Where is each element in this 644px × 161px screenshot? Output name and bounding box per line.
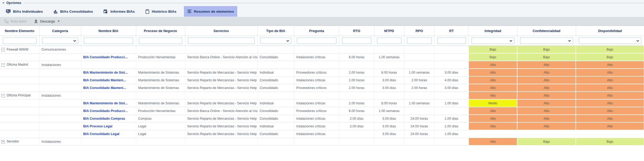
cell-confidencialidad: Alto: [517, 76, 576, 84]
cell-servicios: [185, 92, 257, 99]
disponibilidad-filter-select[interactable]: [579, 38, 642, 44]
cell-servicios: [185, 138, 257, 145]
bia-link[interactable]: BIA Consolidado Manteni...: [83, 86, 126, 90]
bia-link[interactable]: BIA Proceso Legal: [83, 124, 113, 128]
rt-filter-input[interactable]: [437, 38, 466, 44]
cell-categoria: [39, 115, 81, 122]
bia-link[interactable]: BIA Consolidado Producci...: [83, 109, 128, 113]
cell-proceso: Mantenimiento de Sistemas: [136, 99, 185, 107]
nombre_bia-filter-input[interactable]: [84, 38, 133, 44]
cell-disponibilidad: Alto: [576, 115, 644, 122]
cell-tipo: [257, 138, 294, 145]
cell-categoria: [39, 107, 81, 115]
element-name: Firewall WWW: [7, 48, 28, 51]
tab-bias-individuales[interactable]: BIAs Individuales: [3, 6, 46, 17]
cell-integridad: Bajo: [469, 53, 517, 61]
collapse-toggle-icon[interactable]: −: [1, 94, 5, 97]
nombre_elemento-filter-input[interactable]: [3, 38, 37, 44]
filter-cell-pregunta: [294, 36, 339, 46]
filter-cell-nombre_elemento: [0, 36, 39, 46]
cell-integridad: Alto: [469, 76, 517, 84]
cell-confidencialidad: Alto: [517, 84, 576, 92]
collapse-toggle-icon[interactable]: −: [1, 48, 5, 51]
ruta-arbol-button[interactable]: Ruta árbol: [4, 19, 27, 23]
cell-integridad: Bajo: [469, 46, 517, 53]
download-icon: [34, 19, 38, 23]
tab-historico-bias[interactable]: Histórico BIAs: [142, 6, 180, 17]
cell-integridad: Alto: [469, 107, 517, 115]
cell-tipo: Consolidado: [257, 76, 294, 84]
cell-categoria: Instalaciones: [39, 61, 81, 69]
cell-nombre_bia: BIA Consolidado Compras: [81, 115, 136, 122]
bia-link[interactable]: BIA Consolidado Producci...: [83, 55, 128, 59]
cell-rto: 2.00 días: [339, 115, 374, 122]
confidencialidad-filter-select[interactable]: [520, 38, 573, 44]
collapse-toggle-icon[interactable]: −: [1, 63, 5, 67]
bia-link[interactable]: BIA Mantenimiento de Sist...: [83, 101, 128, 105]
rto-filter-input[interactable]: [342, 38, 371, 44]
tab-label: BIAs Individuales: [13, 10, 43, 14]
bia-link[interactable]: BIA Consolidado Manteni...: [83, 78, 126, 82]
tab-informes-bias[interactable]: Informes BIAs: [100, 6, 138, 17]
cell-nombre_bia: BIA Proceso Legal: [81, 122, 136, 130]
cell-disponibilidad: Alto: [576, 61, 644, 69]
pregunta-filter-input[interactable]: [297, 38, 336, 44]
cell-pregunta: Intalaciones críticas: [294, 99, 339, 107]
cell-integridad: Medio: [469, 99, 517, 107]
element-cell: −Oficina Principal: [0, 92, 39, 99]
rpo-filter-input[interactable]: [407, 38, 432, 44]
cell-disponibilidad: Alto: [576, 76, 644, 84]
cell-rt: 3.00 días: [434, 69, 469, 76]
cell-confidencialidad: Alto: [517, 115, 576, 122]
cell-categoria: [39, 53, 81, 61]
cell-mtpd: [374, 92, 404, 99]
expand-toggle-icon[interactable]: +: [1, 140, 5, 144]
table-row: BIA Mantenimiento de Sist...Mantenimient…: [0, 69, 644, 76]
cell-rpo: [404, 92, 434, 99]
collapse-arrow-icon[interactable]: [2, 2, 5, 4]
bia-link[interactable]: BIA Consolidado Legal: [83, 132, 119, 136]
cell-integridad: Alto: [469, 115, 517, 122]
filter-cell-rto: [339, 36, 374, 46]
column-header-confidencialidad: Confidencialidad: [517, 26, 576, 36]
cell-integridad: Alto: [469, 92, 517, 99]
cell-rto: 2.00 horas: [339, 99, 374, 107]
descarga-button[interactable]: Descarga: [34, 19, 60, 23]
divider: [24, 3, 644, 3]
cell-proceso: Legal: [136, 122, 185, 130]
cell-rpo: 24.00 horas: [404, 115, 434, 122]
cell-proceso: [136, 61, 185, 69]
cell-tipo: Consolidado: [257, 130, 294, 138]
cell-rt: [434, 92, 469, 99]
cell-proceso: Legal: [136, 130, 185, 138]
list-icon: [187, 10, 192, 13]
cell-mtpd: 3.00 días: [374, 122, 404, 130]
column-header-rt: RT: [434, 26, 469, 36]
cell-mtpd: 8.00 horas: [374, 69, 404, 76]
cell-categoria: [39, 99, 81, 107]
cell-servicios: Servicio Reparto de Mercancias - Servici…: [185, 69, 257, 76]
cell-categoria: Instalaciones: [39, 92, 81, 99]
tipo-filter-select[interactable]: [260, 38, 291, 44]
cell-servicios: Servicio Reparto de Mercancias - Servici…: [185, 130, 257, 138]
cell-categoria: [39, 69, 81, 76]
cell-disponibilidad: Alto: [576, 92, 644, 99]
bia-link[interactable]: BIA Consolidado Compras: [83, 117, 125, 120]
proceso-filter-input[interactable]: [139, 38, 182, 44]
cell-rt: 1.00 días: [434, 99, 469, 107]
filter-cell-disponibilidad: [576, 36, 644, 46]
tab-resumen-de-elementos[interactable]: Resumen de elementos: [184, 6, 237, 17]
cell-rt: [434, 53, 469, 61]
cell-pregunta: [294, 61, 339, 69]
integridad-filter-select[interactable]: [472, 38, 515, 44]
bia-link[interactable]: BIA Mantenimiento de Sist...: [83, 71, 128, 74]
categoria-filter-select[interactable]: [42, 38, 78, 44]
servicios-filter-input[interactable]: [188, 38, 255, 44]
cell-proceso: Producción Herramientas: [136, 53, 185, 61]
cell-confidencialidad: Alto: [517, 61, 576, 69]
mtpd-filter-input[interactable]: [377, 38, 401, 44]
table-row: BIA Mantenimiento de Sist...Mantenimient…: [0, 99, 644, 107]
cell-rto: 6.00 horas: [339, 53, 374, 61]
tab-bias-consolidados[interactable]: BIAs Consolidados: [50, 6, 96, 17]
cell-rt: [434, 61, 469, 69]
